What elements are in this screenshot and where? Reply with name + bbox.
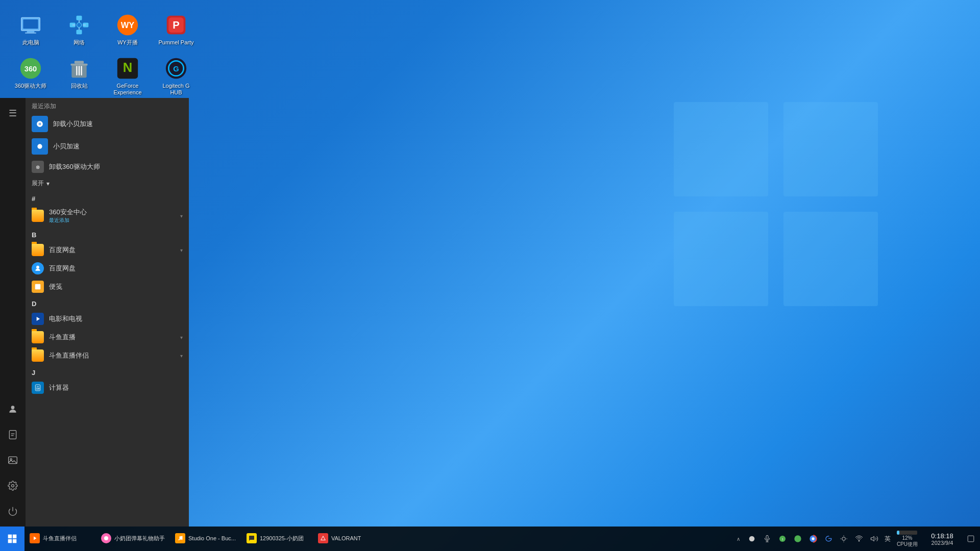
start-menu: ☰: [0, 98, 189, 527]
tray-icon-light[interactable]: [837, 532, 851, 546]
menu-item-douyu[interactable]: 斗鱼直播 ▾: [26, 328, 189, 346]
power-icon[interactable]: [3, 501, 23, 521]
clock-area[interactable]: 0:18:18 2023/9/4: [922, 532, 963, 546]
taskbar-app-chat[interactable]: 12900325-小奶团: [241, 527, 313, 551]
svg-point-78: [749, 536, 755, 542]
cpu-bar-container: [897, 531, 917, 535]
svg-marker-90: [871, 536, 874, 541]
stickynotes-icon: [32, 281, 44, 293]
desktop-icon-recycle-label: 回收站: [71, 83, 88, 89]
svg-point-89: [859, 540, 860, 541]
svg-rect-79: [766, 535, 768, 539]
tray-google-icon[interactable]: [821, 532, 836, 546]
svg-text:WY: WY: [121, 20, 135, 30]
desktop-icon-logitech[interactable]: G Logitech G HUB: [156, 54, 197, 98]
desktop-icon-pummel-label: Pummel Party: [158, 39, 193, 46]
taskbar-apps: 斗鱼直播伴侣 小奶团弹幕礼物助手 Studio One - Buc...: [24, 527, 384, 551]
documents-icon[interactable]: [3, 424, 23, 445]
cpu-indicator[interactable]: 12% CPU使用: [894, 531, 921, 547]
taskbar-app-valorant[interactable]: VALORANT: [313, 527, 384, 551]
b-header: B: [26, 227, 189, 241]
douyu-companion-folder-icon: [32, 349, 44, 362]
menu-item-uninstall-xiaobei[interactable]: 卸载小贝加速: [26, 113, 189, 135]
360safe-label: 360安全中心: [49, 208, 175, 217]
desktop-icon-recycle[interactable]: 回收站: [59, 54, 100, 98]
taskbar-douyu-icon: [30, 533, 40, 543]
uninstall-360-icon: ⊗: [32, 161, 44, 173]
taskbar-app-xiaonai[interactable]: 小奶团弹幕礼物助手: [96, 527, 170, 551]
baidu-folder-label: 百度网盘: [49, 245, 175, 255]
taskbar-app-studio[interactable]: Studio One - Buc...: [170, 527, 241, 551]
desktop-icon-this-pc[interactable]: 此电脑: [10, 10, 51, 48]
taskbar-app-douyu[interactable]: 斗鱼直播伴侣: [24, 527, 96, 551]
taskbar-valorant-icon: [318, 533, 328, 543]
svg-point-55: [11, 406, 15, 409]
svg-rect-22: [71, 64, 88, 66]
360safe-folder-icon: [32, 210, 44, 222]
tray-microphone-icon[interactable]: [760, 532, 774, 546]
menu-item-stickynotes[interactable]: 便笺: [26, 278, 189, 296]
desktop-icon-360driver-label: 360驱动大师: [15, 83, 46, 89]
svg-rect-56: [9, 431, 16, 439]
desktop-icon-network-label: 网络: [74, 39, 85, 46]
start-button[interactable]: [0, 527, 24, 551]
cpu-label: CPU使用: [897, 541, 918, 547]
menu-item-baidu-folder[interactable]: 百度网盘 ▾: [26, 241, 189, 259]
cpu-percent: 12%: [902, 535, 912, 541]
calculator-label: 计算器: [49, 383, 183, 392]
svg-rect-68: [36, 388, 37, 388]
svg-text:N: N: [123, 61, 133, 75]
svg-point-12: [77, 22, 81, 27]
cpu-bar: [897, 531, 899, 535]
tray-network-icon[interactable]: [852, 532, 866, 546]
tray-expand-icon[interactable]: ∧: [733, 527, 744, 551]
user-profile-icon[interactable]: [3, 399, 23, 419]
desktop-icon-360driver[interactable]: 360 360驱动大师: [10, 54, 51, 98]
menu-item-360safe[interactable]: 360安全中心 最近添加 ▾: [26, 205, 189, 227]
baidu-app-label: 百度网盘: [49, 264, 183, 273]
settings-icon[interactable]: [3, 475, 23, 496]
tray-icon-1[interactable]: [745, 532, 759, 546]
menu-item-uninstall-360[interactable]: ⊗ 卸载360驱动大师: [26, 158, 189, 176]
taskbar-studio-label: Studio One - Buc...: [188, 535, 236, 541]
desktop-icon-wy[interactable]: WY WY开播: [107, 10, 148, 48]
svg-text:G: G: [173, 65, 179, 73]
uninstall-xiaobei-icon: [32, 116, 48, 132]
expand-button[interactable]: 展开 ▾: [26, 176, 189, 191]
svg-rect-21: [75, 61, 84, 64]
language-button[interactable]: 英: [883, 527, 893, 551]
desktop-icon-pummel[interactable]: P Pummel Party: [156, 10, 197, 48]
hamburger-menu-icon[interactable]: ☰: [3, 103, 23, 123]
svg-text:P: P: [173, 19, 179, 31]
svg-rect-91: [968, 536, 974, 542]
tray-icon-green[interactable]: [791, 532, 805, 546]
menu-item-movies[interactable]: 电影和电视: [26, 310, 189, 328]
menu-item-xiaobei[interactable]: 小贝加速: [26, 135, 189, 158]
svg-point-83: [812, 537, 814, 540]
menu-item-baidu-app[interactable]: 百度网盘: [26, 259, 189, 278]
desktop-icon-network[interactable]: 网络: [59, 10, 100, 48]
tray-icon-360-tray[interactable]: 3: [775, 532, 790, 546]
svg-rect-70: [36, 389, 37, 389]
svg-point-64: [36, 266, 39, 269]
clock-date: 2023/9/4: [932, 540, 953, 546]
svg-rect-74: [13, 535, 17, 539]
notification-button[interactable]: [964, 527, 978, 551]
start-menu-sidebar: ☰: [0, 98, 26, 527]
svg-text:360: 360: [24, 65, 37, 73]
svg-rect-4: [77, 16, 82, 20]
desktop: 此电脑 网络: [0, 0, 980, 551]
tray-chrome-icon[interactable]: [806, 532, 820, 546]
menu-item-calculator[interactable]: 计算器: [26, 379, 189, 397]
menu-item-douyu-companion[interactable]: 斗鱼直播伴侣 ▾: [26, 346, 189, 365]
desktop-icon-nvidia[interactable]: N GeForce Experience: [107, 54, 148, 98]
tray-volume-icon[interactable]: [867, 532, 881, 546]
taskbar-studio-icon: [175, 533, 185, 543]
baidu-folder-arrow-icon: ▾: [180, 247, 183, 253]
desktop-icon-nvidia-label: GeForce Experience: [110, 83, 145, 96]
movies-label: 电影和电视: [49, 314, 183, 323]
taskbar-valorant-label: VALORANT: [331, 535, 361, 541]
expand-label: 展开: [32, 179, 44, 188]
taskbar-chat-label: 12900325-小奶团: [260, 535, 304, 542]
pictures-icon[interactable]: [3, 450, 23, 470]
